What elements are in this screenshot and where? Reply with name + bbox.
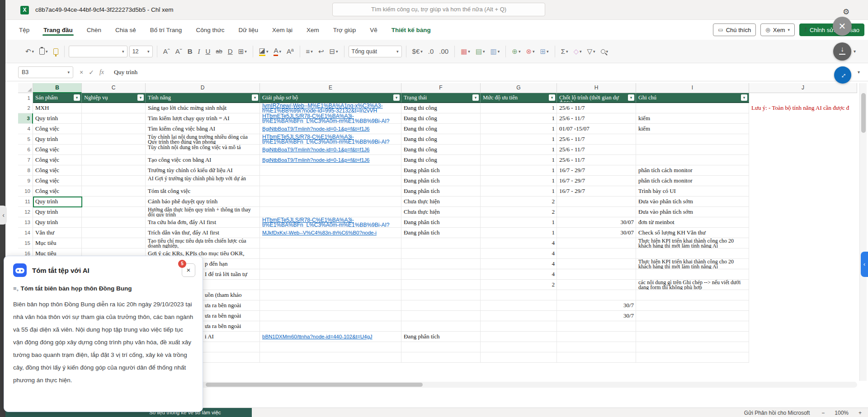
cell[interactable]: 1 — [481, 155, 557, 165]
cell[interactable] — [260, 197, 401, 207]
view-mode-button[interactable]: ◎Xem▾ — [760, 23, 795, 36]
cell[interactable]: Tra cứu hóa đơn, đẩy AI first — [146, 217, 260, 228]
cell[interactable]: Lưu ý: - Toàn bộ tính năng AI cần được đ — [749, 103, 857, 113]
collapse-left-icon[interactable]: ‹ — [0, 206, 7, 225]
cell[interactable]: 4 — [481, 238, 557, 248]
wrap-text-button[interactable]: ↩ — [316, 46, 326, 57]
chevron-down-icon[interactable]: ▾ — [854, 49, 856, 54]
filter-chevron-icon[interactable]: ▾ — [74, 94, 80, 101]
strikethrough-button[interactable]: ab — [214, 46, 224, 57]
cell[interactable] — [749, 124, 857, 134]
cell[interactable]: bBN1DXMm60/ttnha?node-id=440-102&t=U4gJ — [260, 332, 401, 342]
row-header[interactable]: 11 — [18, 197, 33, 207]
search-input[interactable]: Tìm kiếm công cụ, trợ giúp và hơn thế nữ… — [332, 3, 545, 16]
table-header-I[interactable]: Ghi chú▾ — [636, 93, 749, 103]
cell[interactable]: Cảnh báo phê duyệt quy trình — [146, 197, 260, 207]
cell[interactable] — [749, 155, 857, 165]
cell[interactable] — [401, 363, 481, 373]
cell[interactable]: 25/6 - 11/7 — [557, 145, 636, 155]
confirm-entry-icon[interactable]: ✓ — [89, 69, 94, 76]
cell[interactable]: Thực hiện KPI triển khai thành công cho … — [636, 259, 749, 269]
font-size-combo[interactable]: 12▾ — [129, 46, 153, 57]
cell[interactable]: 4 — [481, 259, 557, 269]
cell[interactable] — [749, 373, 857, 381]
cell[interactable]: Chưa thực hiện — [401, 197, 481, 207]
italic-button[interactable]: I — [196, 46, 202, 57]
cell[interactable]: 2 — [481, 280, 557, 290]
cell[interactable] — [260, 300, 401, 311]
cell[interactable]: HTbmETe5JLS/R78-C%E1%BA%A3i-ti%E1%BA%BFn… — [260, 134, 401, 145]
cell[interactable] — [260, 280, 401, 290]
cell[interactable] — [636, 103, 749, 113]
insert-cells-button[interactable]: ⊕▾ — [510, 46, 522, 57]
cell[interactable] — [260, 290, 401, 300]
cell[interactable] — [749, 93, 857, 103]
shrink-font-button[interactable]: Aˇ — [174, 46, 184, 57]
row-header[interactable]: 12 — [18, 207, 33, 217]
cell[interactable] — [82, 186, 146, 197]
cell[interactable] — [481, 321, 557, 332]
cell[interactable] — [82, 217, 146, 228]
cell[interactable] — [481, 373, 557, 381]
column-header-C[interactable]: C — [82, 83, 146, 93]
tab-2[interactable]: Chèn — [86, 22, 102, 38]
cell[interactable]: MXH — [33, 103, 82, 113]
formula-input[interactable]: Quy trình — [114, 69, 137, 76]
cell[interactable] — [749, 134, 857, 145]
tab-4[interactable]: Bố trí Trang — [149, 22, 183, 38]
cell[interactable] — [401, 321, 481, 332]
cell[interactable]: 1 — [481, 113, 557, 124]
cell[interactable]: 30/07 — [557, 228, 636, 238]
tab-6[interactable]: Dữ liệu — [237, 22, 259, 38]
cell[interactable] — [260, 186, 401, 197]
cell[interactable] — [636, 311, 749, 321]
cell[interactable] — [82, 134, 146, 145]
cell[interactable]: Trường tùy chỉnh có kiểu dữ liệu AI — [146, 165, 260, 176]
cell[interactable]: Đưa vào phân tích sớm — [636, 207, 749, 217]
row-header[interactable]: 7 — [18, 155, 33, 165]
cell[interactable] — [749, 145, 857, 155]
cell[interactable] — [749, 269, 857, 280]
cell[interactable] — [82, 113, 146, 124]
cell[interactable]: Đang phân tích — [401, 186, 481, 197]
column-header-J[interactable]: J — [749, 83, 857, 93]
cell[interactable] — [557, 321, 636, 332]
cell[interactable] — [260, 238, 401, 248]
cell[interactable] — [749, 280, 857, 290]
cell[interactable] — [401, 238, 481, 248]
cell[interactable]: 1 — [481, 176, 557, 186]
cell[interactable] — [82, 176, 146, 186]
underline-button[interactable]: U — [203, 46, 212, 57]
cell[interactable]: 30/07 — [557, 217, 636, 228]
cell[interactable] — [260, 352, 401, 363]
bold-button[interactable]: B — [186, 46, 194, 57]
cell[interactable]: 25/6 - 11/7 — [557, 113, 636, 124]
cell[interactable] — [636, 248, 749, 259]
cell[interactable]: Sáng tạo lời chúc mừng sinh nhật — [146, 103, 260, 113]
table-header-B[interactable]: Sản phẩm▾ — [33, 93, 82, 103]
cell[interactable] — [82, 145, 146, 155]
cell[interactable] — [557, 269, 636, 280]
cell[interactable]: Công việc — [33, 176, 82, 186]
row-header[interactable]: 14 — [18, 228, 33, 238]
cell[interactable]: Thực hiện KPI triển khai thành công cho … — [636, 238, 749, 248]
tab-8[interactable]: Xem — [306, 22, 320, 38]
cell[interactable] — [557, 332, 636, 342]
cell[interactable]: BgiNtbBoaT9/Tmlinh?node-id=0-1&p=f&t=f1J… — [260, 145, 401, 155]
cell[interactable] — [749, 113, 857, 124]
cell[interactable]: Đang phân tích — [401, 176, 481, 186]
cell[interactable] — [260, 311, 401, 321]
cell[interactable] — [401, 269, 481, 280]
autosum-button[interactable]: Σ▾ — [559, 46, 570, 57]
filter-chevron-icon[interactable]: ▾ — [137, 94, 144, 101]
cell[interactable]: Quy trình — [33, 113, 82, 124]
tab-10[interactable]: Vẽ — [369, 22, 378, 38]
zoom-out-button[interactable]: − — [821, 410, 825, 416]
cell[interactable] — [636, 373, 749, 381]
cell[interactable]: 30/7 — [557, 311, 636, 321]
cell[interactable] — [749, 311, 857, 321]
cell[interactable]: Văn thư — [33, 228, 82, 238]
cell-styles-button[interactable]: ▥▾ — [489, 46, 502, 57]
cell[interactable] — [82, 238, 146, 248]
cell[interactable]: Công việc — [33, 165, 82, 176]
